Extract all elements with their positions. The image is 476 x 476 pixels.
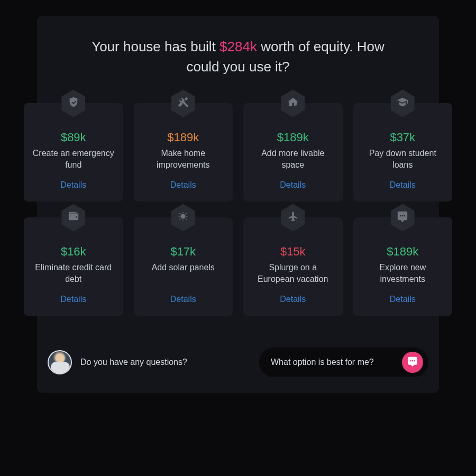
card-description: Add solar panels xyxy=(141,262,226,285)
card-icon-badge xyxy=(169,89,197,117)
tools-icon xyxy=(177,96,189,110)
card-description: Make home improvements xyxy=(141,148,226,171)
details-link[interactable]: Details xyxy=(361,180,445,190)
card-description: Eliminate credit card debt xyxy=(31,262,116,285)
card-amount: $189k xyxy=(141,131,226,144)
details-link[interactable]: Details xyxy=(141,295,226,304)
details-link[interactable]: Details xyxy=(361,295,445,304)
card-amount: $189k xyxy=(251,131,335,144)
card-icon-badge xyxy=(389,204,416,231)
card-description: Pay down student loans xyxy=(361,148,445,171)
details-link[interactable]: Details xyxy=(141,180,226,190)
details-link[interactable]: Details xyxy=(251,180,335,190)
option-card[interactable]: $15kSplurge on a European vacationDetail… xyxy=(243,217,343,316)
options-grid: $89kCreate an emergency fundDetails$189k… xyxy=(24,103,452,316)
card-icon-badge xyxy=(60,204,87,231)
card-description: Create an emergency fund xyxy=(31,148,116,171)
details-link[interactable]: Details xyxy=(31,295,116,304)
card-amount: $15k xyxy=(251,245,335,259)
option-card[interactable]: $189kMake home improvementsDetails xyxy=(134,103,233,202)
card-icon-badge xyxy=(389,89,416,117)
plane-icon xyxy=(287,210,299,224)
gradcap-icon xyxy=(397,96,408,110)
card-description: Add more livable space xyxy=(251,148,335,171)
agent-question-text: Do you have any questions? xyxy=(80,358,187,367)
chat-icon xyxy=(397,210,408,224)
chat-icon xyxy=(407,356,418,369)
option-card[interactable]: $37kPay down student loansDetails xyxy=(353,103,453,202)
card-amount: $17k xyxy=(141,245,226,259)
ask-prompt-text: What option is best for me? xyxy=(271,358,395,367)
card-amount: $89k xyxy=(31,131,116,144)
option-card[interactable]: $189kExplore new investmentsDetails xyxy=(353,217,453,316)
house-icon xyxy=(287,96,299,110)
card-icon-badge xyxy=(60,89,87,117)
card-icon-badge xyxy=(279,204,307,231)
card-amount: $37k xyxy=(361,131,445,144)
card-icon-badge xyxy=(279,89,307,117)
card-description: Splurge on a European vacation xyxy=(251,262,335,285)
headline-amount: $284k xyxy=(219,39,257,54)
agent-question: Do you have any questions? xyxy=(48,350,187,374)
card-description: Explore new investments xyxy=(361,262,445,285)
option-card[interactable]: $89kCreate an emergency fundDetails xyxy=(24,103,123,202)
details-link[interactable]: Details xyxy=(31,180,116,190)
card-amount: $189k xyxy=(361,245,445,259)
equity-panel: Your house has built $284k worth of equi… xyxy=(37,16,439,393)
details-link[interactable]: Details xyxy=(251,295,335,304)
card-icon-badge xyxy=(169,204,197,231)
sun-icon xyxy=(177,210,189,224)
ask-box[interactable]: What option is best for me? xyxy=(259,347,428,377)
option-card[interactable]: $16kEliminate credit card debtDetails xyxy=(24,217,123,316)
card-amount: $16k xyxy=(31,245,116,259)
headline: Your house has built $284k worth of equi… xyxy=(79,37,397,77)
footer-bar: Do you have any questions? What option i… xyxy=(48,347,428,377)
headline-pre: Your house has built xyxy=(91,39,219,54)
agent-avatar xyxy=(48,350,72,374)
option-card[interactable]: $17kAdd solar panelsDetails xyxy=(134,217,233,316)
wallet-icon xyxy=(68,210,79,224)
shield-icon xyxy=(68,96,79,110)
option-card[interactable]: $189kAdd more livable spaceDetails xyxy=(243,103,343,202)
chat-send-button[interactable] xyxy=(402,352,423,373)
